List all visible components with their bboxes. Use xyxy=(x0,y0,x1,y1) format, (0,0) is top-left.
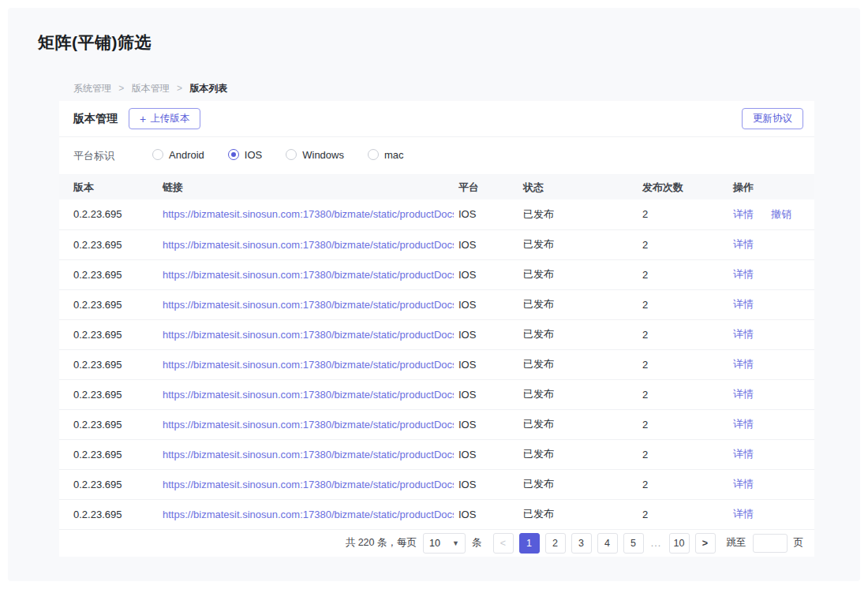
jump-page-input[interactable] xyxy=(753,534,788,553)
pagination-total-text: 共 220 条，每页 xyxy=(346,536,417,550)
detail-action-link[interactable]: 详情 xyxy=(733,478,754,490)
next-page-button[interactable]: > xyxy=(695,533,716,554)
version-link[interactable]: https://bizmatesit.sinosun.com:17380/biz… xyxy=(163,299,454,311)
version-link[interactable]: https://bizmatesit.sinosun.com:17380/biz… xyxy=(163,419,454,431)
radio-unselected-icon xyxy=(368,149,379,160)
version-link[interactable]: https://bizmatesit.sinosun.com:17380/biz… xyxy=(163,359,454,371)
version-link[interactable]: https://bizmatesit.sinosun.com:17380/biz… xyxy=(163,509,454,520)
version-link[interactable]: https://bizmatesit.sinosun.com:17380/biz… xyxy=(163,239,454,251)
card-header: 版本管理 + 上传版本 更新协议 xyxy=(59,101,814,137)
pager: < 12345...10 > xyxy=(493,533,716,554)
page-size-value: 10 xyxy=(429,538,440,549)
detail-action-link[interactable]: 详情 xyxy=(733,448,754,460)
platform-filter-row: 平台标识 AndroidIOSWindowsmac xyxy=(59,137,814,175)
page-button-10[interactable]: 10 xyxy=(669,533,690,554)
status-cell: 已发布 xyxy=(518,439,638,469)
detail-action-link[interactable]: 详情 xyxy=(733,328,754,340)
page-button-2[interactable]: 2 xyxy=(545,533,566,554)
status-cell: 已发布 xyxy=(518,469,638,499)
actions-cell: 详情 xyxy=(728,499,814,529)
actions-cell: 详情 xyxy=(728,319,814,349)
link-cell: https://bizmatesit.sinosun.com:17380/biz… xyxy=(158,289,454,319)
page-size-select[interactable]: 10 ▼ xyxy=(423,533,466,554)
column-status: 状态 xyxy=(518,175,638,199)
version-cell: 0.2.23.695 xyxy=(59,229,158,259)
version-cell: 0.2.23.695 xyxy=(59,349,158,379)
radio-android[interactable]: Android xyxy=(152,149,204,161)
version-link[interactable]: https://bizmatesit.sinosun.com:17380/biz… xyxy=(163,329,454,341)
version-link[interactable]: https://bizmatesit.sinosun.com:17380/biz… xyxy=(163,208,454,220)
table-row: 0.2.23.695https://bizmatesit.sinosun.com… xyxy=(59,379,814,409)
radio-windows[interactable]: Windows xyxy=(286,149,344,161)
publish-count-cell: 2 xyxy=(638,289,728,319)
radio-label: Android xyxy=(169,149,204,161)
publish-count-cell: 2 xyxy=(638,229,728,259)
breadcrumb-item-version-mgmt[interactable]: 版本管理 xyxy=(132,83,170,94)
status-cell: 已发布 xyxy=(518,499,638,529)
version-cell: 0.2.23.695 xyxy=(59,289,158,319)
status-cell: 已发布 xyxy=(518,229,638,259)
table-row: 0.2.23.695https://bizmatesit.sinosun.com… xyxy=(59,229,814,259)
link-cell: https://bizmatesit.sinosun.com:17380/biz… xyxy=(158,319,454,349)
platform-filter-label: 平台标识 xyxy=(73,149,114,163)
table-row: 0.2.23.695https://bizmatesit.sinosun.com… xyxy=(59,259,814,289)
version-cell: 0.2.23.695 xyxy=(59,439,158,469)
link-cell: https://bizmatesit.sinosun.com:17380/biz… xyxy=(158,349,454,379)
radio-selected-icon xyxy=(228,149,239,160)
status-cell: 已发布 xyxy=(518,379,638,409)
upload-version-button[interactable]: + 上传版本 xyxy=(129,108,200,129)
breadcrumb-item-version-list: 版本列表 xyxy=(189,83,227,94)
breadcrumb-item-system[interactable]: 系统管理 xyxy=(73,83,111,94)
detail-action-link[interactable]: 详情 xyxy=(733,418,754,430)
page-button-1[interactable]: 1 xyxy=(519,533,540,554)
column-actions: 操作 xyxy=(728,175,814,199)
detail-action-link[interactable]: 详情 xyxy=(733,358,754,370)
breadcrumb-separator: > xyxy=(177,83,182,94)
publish-count-cell: 2 xyxy=(638,499,728,529)
detail-action-link[interactable]: 详情 xyxy=(733,298,754,310)
caret-down-icon: ▼ xyxy=(452,539,459,547)
page-button-5[interactable]: 5 xyxy=(623,533,644,554)
version-cell: 0.2.23.695 xyxy=(59,199,158,229)
plus-icon: + xyxy=(140,114,146,125)
platform-cell: IOS xyxy=(454,409,518,439)
page-button-3[interactable]: 3 xyxy=(571,533,592,554)
page-buttons: 12345...10 xyxy=(519,533,690,554)
version-link[interactable]: https://bizmatesit.sinosun.com:17380/biz… xyxy=(163,389,454,401)
platform-cell: IOS xyxy=(454,319,518,349)
link-cell: https://bizmatesit.sinosun.com:17380/biz… xyxy=(158,379,454,409)
update-protocol-button[interactable]: 更新协议 xyxy=(742,108,803,129)
page-ellipsis[interactable]: ... xyxy=(649,538,664,549)
link-cell: https://bizmatesit.sinosun.com:17380/biz… xyxy=(158,409,454,439)
table-body: 0.2.23.695https://bizmatesit.sinosun.com… xyxy=(59,199,814,529)
status-cell: 已发布 xyxy=(518,409,638,439)
publish-count-cell: 2 xyxy=(638,439,728,469)
publish-count-cell: 2 xyxy=(638,469,728,499)
column-version: 版本 xyxy=(59,175,158,199)
detail-action-link[interactable]: 详情 xyxy=(733,508,754,520)
link-cell: https://bizmatesit.sinosun.com:17380/biz… xyxy=(158,199,454,229)
version-link[interactable]: https://bizmatesit.sinosun.com:17380/biz… xyxy=(163,269,454,281)
column-publish-count: 发布次数 xyxy=(638,175,728,199)
radio-mac[interactable]: mac xyxy=(368,149,404,161)
detail-action-link[interactable]: 详情 xyxy=(733,238,754,250)
status-cell: 已发布 xyxy=(518,289,638,319)
radio-label: IOS xyxy=(245,149,262,161)
detail-action-link[interactable]: 详情 xyxy=(733,208,754,220)
radio-ios[interactable]: IOS xyxy=(228,149,262,161)
prev-page-button[interactable]: < xyxy=(493,533,514,554)
platform-cell: IOS xyxy=(454,499,518,529)
platform-cell: IOS xyxy=(454,349,518,379)
platform-radio-group: AndroidIOSWindowsmac xyxy=(152,149,428,163)
version-link[interactable]: https://bizmatesit.sinosun.com:17380/biz… xyxy=(163,449,454,460)
detail-action-link[interactable]: 详情 xyxy=(733,388,754,400)
status-cell: 已发布 xyxy=(518,319,638,349)
version-cell: 0.2.23.695 xyxy=(59,409,158,439)
platform-cell: IOS xyxy=(454,439,518,469)
revoke-action-link[interactable]: 撤销 xyxy=(771,208,791,220)
page-button-4[interactable]: 4 xyxy=(597,533,618,554)
version-link[interactable]: https://bizmatesit.sinosun.com:17380/biz… xyxy=(163,479,454,490)
detail-action-link[interactable]: 详情 xyxy=(733,268,754,280)
actions-cell: 详情 xyxy=(728,469,814,499)
version-cell: 0.2.23.695 xyxy=(59,499,158,529)
